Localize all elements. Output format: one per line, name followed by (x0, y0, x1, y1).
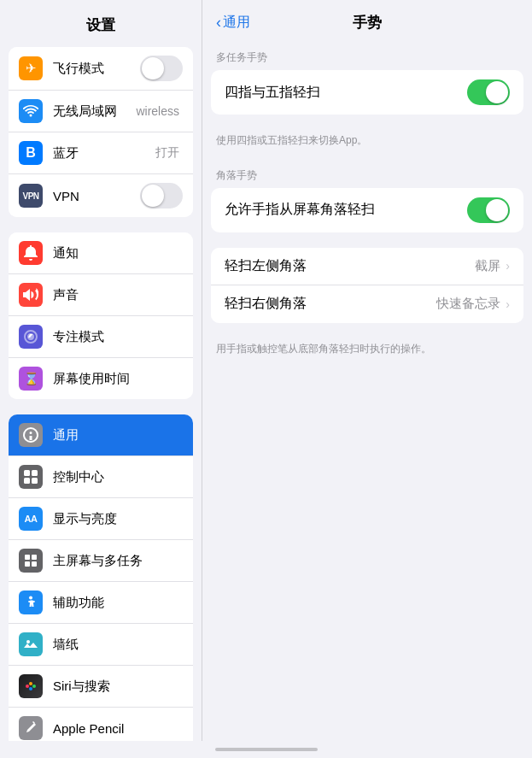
wallpaper-icon (19, 632, 43, 656)
sidebar-item-label: 辅助功能 (53, 595, 183, 611)
section-header-corner: 角落手势 (202, 156, 532, 188)
toggle-knob (486, 81, 508, 103)
svg-rect-7 (32, 561, 37, 567)
sidebar-title: 设置 (0, 0, 202, 47)
notifications-icon (19, 241, 43, 265)
sidebar-item-label: 声音 (53, 287, 183, 303)
bluetooth-value: 打开 (155, 145, 179, 161)
sidebar-group-system: 通用 控制中心 AA 显示与亮度 (9, 414, 193, 741)
settings-group-corners: 轻扫左侧角落 截屏 › 轻扫右侧角落 快速备忘录 › (211, 248, 523, 323)
sidebar-item-label: Siri与搜索 (53, 679, 183, 695)
home-indicator (215, 748, 318, 751)
sidebar-item-label: 通知 (53, 245, 183, 261)
corners-note: 用手指或触控笔从底部角落轻扫时执行的操作。 (202, 338, 532, 365)
settings-row-corner-swipe[interactable]: 允许手指从屏幕角落轻扫 (211, 188, 523, 232)
sidebar-item-label: 无线局域网 (53, 103, 136, 120)
sidebar-item-bluetooth[interactable]: B 蓝牙 打开 (9, 132, 193, 174)
sidebar-item-label: 显示与亮度 (53, 511, 183, 527)
svg-point-11 (29, 682, 32, 685)
vpn-toggle[interactable] (140, 183, 183, 209)
accessibility-icon (19, 591, 43, 614)
airplane-icon: ✈ (19, 56, 43, 80)
settings-row-swipe-left[interactable]: 轻扫左侧角落 截屏 › (211, 248, 523, 285)
sidebar-item-label: 专注模式 (53, 329, 183, 345)
sidebar-item-controlcenter[interactable]: 控制中心 (9, 456, 193, 498)
display-icon: AA (19, 507, 43, 531)
bluetooth-icon: B (19, 141, 43, 165)
multitask-note: 使用四指或五指轻扫来切换App。 (202, 130, 532, 156)
back-label: 通用 (223, 14, 250, 32)
main-panel: ‹ 通用 手势 多任务手势 四指与五指轻扫 使用四指或五指轻扫来切换App。 角… (202, 0, 532, 741)
sidebar-item-vpn[interactable]: VPN VPN (9, 174, 193, 217)
back-button[interactable]: ‹ 通用 (216, 14, 250, 32)
four-five-toggle[interactable] (467, 79, 510, 105)
toggle-knob (142, 185, 164, 207)
pencil-icon (19, 716, 43, 740)
general-icon (19, 423, 43, 447)
svg-rect-2 (24, 478, 30, 484)
sidebar-item-siri[interactable]: Siri与搜索 (9, 666, 193, 708)
sidebar-item-homescreen[interactable]: 主屏幕与多任务 (9, 540, 193, 582)
settings-row-swipe-right[interactable]: 轻扫右侧角落 快速备忘录 › (211, 285, 523, 323)
sidebar-item-label: Apple Pencil (53, 721, 183, 736)
row-value: 截屏 (475, 258, 500, 274)
chevron-right-icon: › (506, 297, 510, 311)
sidebar-item-focus[interactable]: 专注模式 (9, 316, 193, 358)
svg-rect-6 (25, 561, 30, 567)
svg-rect-0 (24, 470, 30, 476)
settings-group-multitask: 四指与五指轻扫 (211, 70, 523, 115)
screentime-icon: ⌛ (19, 367, 43, 391)
svg-point-8 (29, 596, 32, 600)
sounds-icon (19, 283, 43, 307)
svg-point-9 (26, 640, 30, 643)
sidebar-item-airplane[interactable]: ✈ 飞行模式 (9, 47, 193, 91)
corner-swipe-toggle[interactable] (467, 197, 510, 223)
focus-icon (19, 325, 43, 349)
airplane-toggle[interactable] (140, 56, 183, 81)
controlcenter-icon (19, 465, 43, 489)
sidebar-item-general[interactable]: 通用 (9, 414, 193, 456)
svg-rect-5 (32, 555, 37, 560)
chevron-right-icon: › (506, 259, 510, 273)
sidebar-item-notifications[interactable]: 通知 (9, 232, 193, 274)
toggle-knob (142, 57, 164, 79)
row-label: 允许手指从屏幕角落轻扫 (225, 201, 467, 219)
settings-row-four-five-swipe[interactable]: 四指与五指轻扫 (211, 70, 523, 115)
svg-rect-4 (25, 555, 30, 560)
panel-title: 手势 (353, 13, 382, 32)
panel-header: ‹ 通用 手势 (202, 0, 532, 38)
app-container: 设置 ✈ 飞行模式 无线局域网 wireless (0, 0, 532, 741)
sidebar-item-pencil[interactable]: Apple Pencil (9, 708, 193, 741)
sidebar-item-label: 通用 (53, 427, 183, 444)
sidebar-item-wifi[interactable]: 无线局域网 wireless (9, 91, 193, 132)
sidebar-item-label: 墙纸 (53, 637, 183, 653)
sidebar-item-label: 控制中心 (53, 469, 183, 485)
svg-point-13 (29, 687, 32, 690)
homescreen-icon (19, 549, 43, 573)
sidebar-item-label: 屏幕使用时间 (53, 371, 183, 387)
back-chevron-icon: ‹ (216, 14, 221, 32)
sidebar-item-display[interactable]: AA 显示与亮度 (9, 498, 193, 540)
wifi-icon (19, 99, 43, 123)
sidebar-item-sounds[interactable]: 声音 (9, 274, 193, 316)
svg-rect-3 (32, 478, 38, 484)
toggle-knob (486, 199, 508, 221)
sidebar-item-wallpaper[interactable]: 墙纸 (9, 624, 193, 666)
vpn-icon: VPN (19, 184, 43, 208)
sidebar-item-label: 主屏幕与多任务 (53, 553, 183, 569)
sidebar-group-network: ✈ 飞行模式 无线局域网 wireless B 蓝牙 打 (9, 47, 193, 217)
sidebar: 设置 ✈ 飞行模式 无线局域网 wireless (0, 0, 202, 741)
siri-icon (19, 674, 43, 698)
section-header-multitask: 多任务手势 (202, 38, 532, 70)
sidebar-item-label: 蓝牙 (53, 145, 155, 162)
svg-point-10 (26, 685, 29, 688)
sidebar-item-accessibility[interactable]: 辅助功能 (9, 582, 193, 624)
row-label: 四指与五指轻扫 (225, 84, 467, 102)
sidebar-item-label: 飞行模式 (53, 61, 140, 77)
sidebar-item-screentime[interactable]: ⌛ 屏幕使用时间 (9, 358, 193, 399)
wifi-value: wireless (136, 104, 179, 118)
svg-point-12 (32, 685, 36, 688)
row-label: 轻扫左侧角落 (225, 257, 475, 275)
row-value: 快速备忘录 (436, 296, 500, 312)
sidebar-item-label: VPN (53, 189, 140, 203)
